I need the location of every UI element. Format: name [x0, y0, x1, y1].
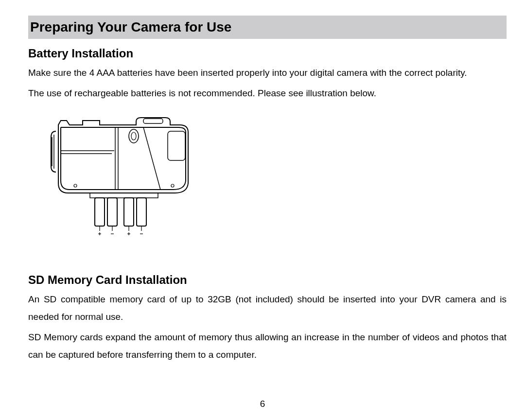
camera-illustration [46, 108, 197, 244]
svg-rect-7 [124, 198, 134, 226]
svg-point-0 [129, 129, 139, 143]
page-number: 6 [0, 399, 525, 409]
svg-point-1 [131, 132, 136, 140]
manual-page: Preparing Your Camera for Use Battery In… [0, 16, 525, 364]
battery-para-2: The use of rechargeable batteries is not… [28, 85, 507, 102]
sd-heading: SD Memory Card Installation [28, 273, 525, 287]
battery-heading: Battery Installation [28, 47, 525, 60]
battery-para-1: Make sure the 4 AAA batteries have been … [28, 64, 507, 82]
section-title: Preparing Your Camera for Use [28, 16, 507, 39]
sd-para-1: An SD compatible memory card of up to 32… [28, 291, 507, 326]
svg-rect-9 [137, 198, 146, 226]
svg-rect-5 [107, 198, 117, 226]
svg-rect-3 [95, 198, 105, 226]
sd-para-2: SD Memory cards expand the amount of mem… [28, 329, 507, 364]
svg-point-19 [171, 184, 174, 187]
svg-rect-17 [143, 119, 163, 123]
svg-rect-2 [168, 131, 185, 160]
sd-section: SD Memory Card Installation An SD compat… [0, 273, 525, 364]
svg-point-18 [74, 184, 77, 187]
